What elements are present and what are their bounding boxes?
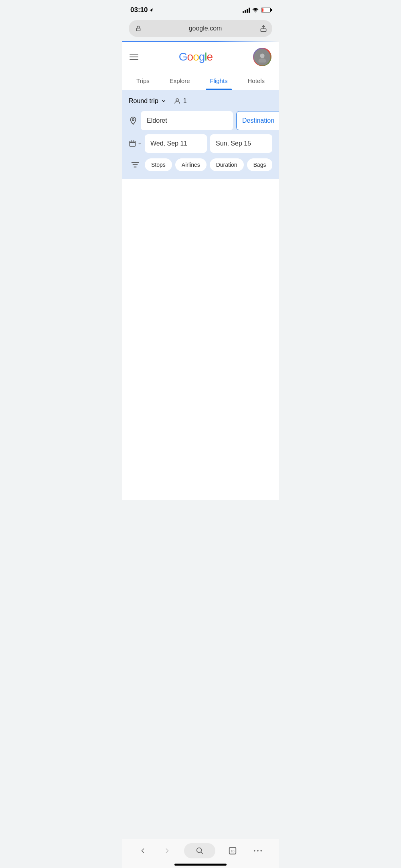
avatar-image: [254, 49, 270, 65]
departure-date[interactable]: Wed, Sep 11: [145, 134, 207, 153]
google-header: Google: [122, 42, 279, 72]
location-pin-icon: [129, 116, 138, 125]
svg-point-0: [255, 12, 256, 12]
wifi-icon: [252, 8, 259, 12]
search-section: Round trip 1: [122, 90, 279, 179]
lock-icon: [135, 25, 142, 32]
filter-chips: Stops Airlines Duration Bags: [145, 158, 272, 171]
calendar-icon-wrap: [129, 139, 142, 148]
location-pin-wrap: [129, 116, 138, 125]
filter-icon: [131, 160, 140, 169]
avatar[interactable]: [253, 48, 271, 66]
svg-point-6: [132, 119, 134, 121]
trip-type-label: Round trip: [129, 97, 158, 105]
date-row: Wed, Sep 11 Sun, Sep 15: [129, 134, 272, 153]
origin-input[interactable]: [141, 111, 233, 130]
chevron-down-icon: [161, 98, 166, 104]
filter-row: Stops Airlines Duration Bags: [129, 158, 272, 171]
status-bar: 03:10: [122, 0, 279, 18]
content-area: [122, 179, 279, 500]
bags-chip[interactable]: Bags: [247, 158, 272, 171]
url-text: google.com: [145, 25, 266, 32]
google-logo: Google: [179, 51, 213, 63]
hamburger-menu[interactable]: [130, 54, 138, 60]
calendar-icon: [129, 139, 136, 148]
location-arrow-icon: [149, 8, 154, 12]
address-bar[interactable]: google.com: [129, 20, 272, 37]
tab-explore[interactable]: Explore: [166, 72, 194, 90]
stops-chip[interactable]: Stops: [145, 158, 172, 171]
person-icon: [174, 97, 181, 105]
signal-icon: [243, 7, 250, 13]
svg-point-3: [260, 54, 264, 58]
chevron-down-small-icon: [138, 141, 142, 146]
battery-icon: [261, 8, 271, 12]
svg-rect-7: [130, 141, 135, 146]
tab-hotels[interactable]: Hotels: [244, 72, 269, 90]
status-time: 03:10: [130, 6, 154, 14]
return-date[interactable]: Sun, Sep 15: [210, 134, 272, 153]
filter-icon-wrap: [129, 160, 142, 169]
passengers-selector[interactable]: 1: [174, 97, 187, 105]
address-bar-container: google.com: [122, 18, 279, 41]
share-button[interactable]: [259, 24, 267, 32]
trip-type-selector[interactable]: Round trip: [129, 97, 166, 105]
location-input-row: [129, 111, 272, 130]
destination-input[interactable]: [236, 111, 279, 130]
passenger-count: 1: [183, 97, 187, 105]
nav-tabs: Trips Explore Flights Hotels: [122, 72, 279, 90]
status-icons: [243, 7, 271, 13]
svg-rect-2: [261, 29, 266, 32]
duration-chip[interactable]: Duration: [210, 158, 244, 171]
airlines-chip[interactable]: Airlines: [175, 158, 207, 171]
svg-rect-1: [136, 28, 140, 31]
tab-flights[interactable]: Flights: [206, 72, 231, 90]
svg-point-5: [176, 99, 178, 101]
svg-point-4: [258, 59, 266, 63]
trip-options: Round trip 1: [129, 97, 272, 105]
tab-trips[interactable]: Trips: [132, 72, 154, 90]
